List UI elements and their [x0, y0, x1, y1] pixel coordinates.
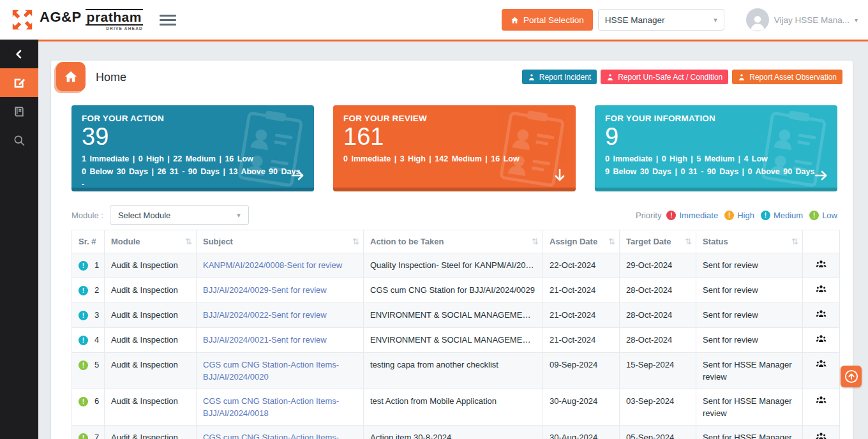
serial-number: 1: [94, 260, 99, 270]
report-unsafe-act-icon: [606, 73, 614, 81]
module-cell: Audit & Inspection: [105, 426, 197, 439]
serial-number: 5: [94, 360, 99, 369]
sidebar-item-register[interactable]: [0, 97, 38, 126]
assignees-button[interactable]: [816, 334, 827, 343]
target-date-cell: 28-Oct-2024: [620, 278, 696, 303]
scroll-to-top-button[interactable]: [841, 366, 862, 387]
assign-date-cell: 22-Oct-2024: [543, 253, 620, 278]
priority-legend: Priority !Immediate!High!Medium!Low: [636, 211, 837, 220]
user-menu[interactable]: Vijay HSSE Mana... ▾: [746, 8, 858, 31]
module-cell: Audit & Inspection: [105, 328, 197, 353]
report-asset-observation-button[interactable]: Report Asset Observation: [732, 70, 842, 84]
assign-date-cell: 09-Sep-2024: [543, 353, 620, 389]
card-arrow-right-icon[interactable]: [291, 170, 305, 184]
people-group-icon: [816, 284, 827, 294]
target-date-cell: 05-Sep-2024: [620, 426, 696, 439]
subject-link[interactable]: KANPM/AI/2024/0008-Sent for review: [203, 260, 342, 270]
assign-date-cell: 30-Aug-2024: [543, 426, 620, 439]
module-cell: Audit & Inspection: [105, 278, 197, 303]
target-date-cell: 03-Sep-2024: [620, 389, 696, 426]
card-title: FOR YOUR REVIEW: [343, 114, 565, 123]
header-accent-line: [38, 40, 868, 41]
card-arrow-right-icon[interactable]: [814, 170, 828, 184]
subject-link[interactable]: CGS cum CNG Station-Action Items-BJJ/AI/…: [203, 396, 339, 418]
role-select[interactable]: HSSE Manager ▾: [598, 9, 724, 31]
priority-low-icon: !: [809, 211, 819, 220]
status-cell: Sent for review: [696, 253, 803, 278]
report-actions: Report IncidentReport Un-Safe Act / Cond…: [522, 70, 842, 84]
chevron-down-icon: ▾: [237, 211, 241, 220]
summary-card-for-your-information[interactable]: FOR YOUR INFORMATION90 Immediate | 0 Hig…: [595, 105, 837, 191]
status-cell: Sent for HSSE Manager review: [696, 353, 803, 389]
column-header-module[interactable]: Module⇅: [105, 230, 197, 253]
summary-card-for-your-review[interactable]: FOR YOUR REVIEW1610 Immediate | 3 High |…: [333, 105, 576, 191]
brand-logo[interactable]: AG&P pratham DRIVE AHEAD: [10, 8, 143, 32]
module-cell: Audit & Inspection: [105, 389, 197, 426]
column-header-sr-: Sr. #: [72, 230, 105, 253]
priority-medium-icon: !: [79, 261, 88, 271]
chevron-left-icon: [14, 49, 24, 59]
assignees-button[interactable]: [816, 359, 827, 368]
column-header-target-date[interactable]: Target Date⇅: [620, 230, 696, 253]
page-title: Home: [96, 61, 126, 94]
sort-icon: ⇅: [608, 237, 615, 246]
report-unsafe-act-button[interactable]: Report Un-Safe Act / Condition: [601, 70, 728, 84]
card-aging-stats: 9 Below 30 Days | 0 31 - 90 Days | 0 Abo…: [605, 165, 827, 178]
subject-link[interactable]: BJJ/AI/2024/0021-Sent for review: [203, 335, 327, 345]
filter-row: Module : Select Module ▾ Priority !Immed…: [51, 205, 853, 225]
priority-legend-label: Priority: [636, 211, 661, 220]
serial-number: 6: [94, 396, 99, 406]
subject-link[interactable]: CGS cum CNG Station-Action Items-BJJ/AI/…: [203, 360, 339, 382]
assignees-button[interactable]: [816, 309, 827, 318]
action-cell: CGS cum CNG Station for BJJ/AI/2024/0029: [364, 278, 543, 303]
report-incident-button[interactable]: Report Incident: [522, 70, 597, 84]
card-priority-stats: 1 Immediate | 0 High | 22 Medium | 16 Lo…: [82, 153, 304, 165]
report-asset-observation-icon: [738, 73, 745, 81]
table-row: !4Audit & InspectionBJJ/AI/2024/0021-Sen…: [72, 328, 840, 353]
action-cell: Action item 30-8-2024: [364, 426, 543, 439]
module-select[interactable]: Select Module ▾: [110, 205, 249, 225]
assignees-button[interactable]: [816, 259, 827, 269]
action-cell: testing capa from another checklist: [364, 353, 543, 389]
column-header-subject[interactable]: Subject⇅: [197, 230, 364, 253]
assignees-button[interactable]: [816, 431, 827, 439]
subject-link[interactable]: BJJ/AI/2024/0022-Sent for review: [203, 310, 327, 320]
subject-link[interactable]: CGS cum CNG Station-Action Items-: [203, 433, 339, 439]
table-body: !1Audit & InspectionKANPM/AI/2024/0008-S…: [72, 253, 840, 439]
module-cell: Audit & Inspection: [105, 253, 197, 278]
table-row: !6Audit & InspectionCGS cum CNG Station-…: [72, 389, 840, 426]
subject-link[interactable]: BJJ/AI/2024/0029-Sent for review: [203, 285, 327, 295]
summary-card-for-your-action[interactable]: FOR YOUR ACTION391 Immediate | 0 High | …: [71, 105, 314, 191]
status-cell: Sent for HSSE Manager review: [696, 389, 803, 426]
chevron-down-icon: ▾: [855, 17, 858, 24]
card-count: 161: [343, 124, 565, 151]
card-count: 39: [82, 124, 304, 151]
card-arrow-down-icon[interactable]: [553, 170, 567, 184]
target-date-cell: 29-Oct-2024: [620, 253, 696, 278]
portal-selection-button[interactable]: Portal Selection: [502, 9, 593, 31]
sidebar-item-search[interactable]: [0, 126, 38, 154]
action-cell: Quality Inspection- Steel for KANPM/AI/2…: [364, 253, 543, 278]
table-header-row: Sr. #Module⇅Subject⇅Action to be Taken⇅A…: [72, 230, 840, 253]
assign-date-cell: 30-Aug-2024: [543, 389, 620, 426]
assign-date-cell: 21-Oct-2024: [543, 328, 620, 353]
sidebar-item-actions[interactable]: [0, 68, 38, 97]
home-icon: [64, 70, 78, 84]
sort-icon: ⇅: [185, 237, 192, 246]
legend-item-low: !Low: [809, 211, 837, 220]
action-cell: test Action from Mobile Application: [364, 389, 543, 426]
table-row: !2Audit & InspectionBJJ/AI/2024/0029-Sen…: [72, 278, 840, 303]
book-icon: [13, 105, 26, 118]
target-date-cell: 15-Sep-2024: [620, 353, 696, 389]
status-cell: Sent for review: [696, 278, 803, 303]
table-row: !1Audit & InspectionKANPM/AI/2024/0008-S…: [72, 253, 840, 278]
assignees-button[interactable]: [816, 284, 827, 294]
column-header-assign-date[interactable]: Assign Date⇅: [543, 230, 620, 253]
sidebar-collapse-button[interactable]: [0, 40, 38, 68]
column-header-status[interactable]: Status⇅: [696, 230, 803, 253]
column-header-action-to-be-taken[interactable]: Action to be Taken⇅: [364, 230, 543, 253]
sort-icon: ⇅: [791, 237, 798, 246]
report-incident-icon: [528, 73, 535, 81]
menu-toggle-icon[interactable]: [160, 12, 176, 28]
assignees-button[interactable]: [816, 395, 827, 405]
